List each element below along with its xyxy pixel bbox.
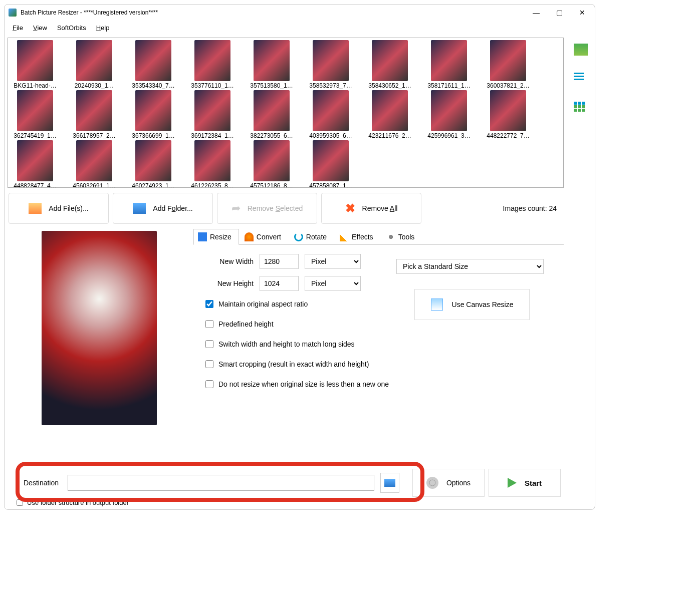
smart-crop-checkbox[interactable] — [205, 360, 213, 368]
add-folder-icon — [133, 203, 146, 214]
minimize-button[interactable]: — — [525, 5, 548, 21]
maintain-ratio-checkbox[interactable] — [205, 300, 213, 308]
canvas-icon — [431, 299, 443, 311]
thumbnail-item[interactable]: 423211676_2… — [364, 90, 416, 139]
thumbnail-image — [431, 40, 467, 81]
height-label: New Height — [203, 279, 254, 287]
canvas-resize-button[interactable]: Use Canvas Resize — [414, 289, 530, 320]
switch-wh-label: Switch width and height to match long si… — [218, 340, 355, 348]
gear-icon — [426, 477, 438, 489]
switch-wh-checkbox[interactable] — [205, 340, 213, 348]
thumbnail-item[interactable]: 353543340_7… — [127, 40, 179, 89]
no-resize-smaller-row: Do not resize when original size is less… — [205, 380, 554, 388]
height-input[interactable] — [260, 276, 299, 291]
thumbnail-item[interactable]: 382273055_6… — [246, 90, 298, 139]
thumbnail-item[interactable]: 358430652_1… — [364, 40, 416, 89]
main-column: BKG11-head-…20240930_1…353543340_7…35377… — [8, 38, 564, 506]
predef-height-checkbox[interactable] — [205, 320, 213, 328]
thumbnail-item[interactable]: 20240930_1… — [68, 40, 120, 89]
add-folder-label: Add Folder... — [153, 204, 192, 212]
menu-softorbits[interactable]: SoftOrbits — [52, 22, 91, 34]
remove-all-button[interactable]: ✖ Remove All — [321, 193, 421, 224]
action-row: Add File(s)... Add Folder... ➦ Remove Se… — [8, 188, 564, 229]
thumbnail-item[interactable]: 425996961_3… — [423, 90, 475, 139]
view-thumbnails-button[interactable] — [574, 44, 588, 56]
thumbnail-image — [372, 90, 408, 131]
thumbnail-image — [254, 140, 290, 181]
tab-rotate[interactable]: Rotate — [290, 229, 334, 245]
thumbnail-item[interactable]: 448828477_4… — [9, 140, 61, 187]
thumbnail-item[interactable]: 360037821_2… — [482, 40, 534, 89]
thumbnail-item[interactable]: 358171611_1… — [423, 40, 475, 89]
menubar: File View SoftOrbits Help — [5, 21, 595, 35]
remove-selected-button[interactable]: ➦ Remove Selected — [217, 193, 317, 224]
thumbnail-item[interactable]: 448222772_7… — [482, 90, 534, 139]
thumbnail-label: 358532973_7… — [305, 82, 357, 89]
no-resize-smaller-checkbox[interactable] — [205, 380, 213, 388]
preview-pane — [8, 229, 190, 465]
thumbnail-item[interactable]: 456032691_1… — [68, 140, 120, 187]
destination-label: Destination — [11, 479, 64, 487]
thumbnail-image — [313, 40, 349, 81]
thumbnail-label: 382273055_6… — [246, 132, 298, 139]
standard-size-select[interactable]: Pick a Standard Size — [396, 259, 544, 274]
thumbnail-image — [135, 90, 171, 131]
thumbnail-image — [254, 40, 290, 81]
thumbnail-item[interactable]: 457512186_8… — [246, 140, 298, 187]
thumbnail-label: 20240930_1… — [68, 82, 120, 89]
thumbnail-label: 367366699_1… — [127, 132, 179, 139]
options-button[interactable]: Options — [412, 469, 485, 497]
content-area: BKG11-head-…20240930_1…353543340_7…35377… — [5, 35, 595, 509]
tab-resize[interactable]: Resize — [193, 229, 239, 245]
thumbnail-item[interactable]: 362745419_1… — [9, 90, 61, 139]
view-list-button[interactable] — [574, 73, 588, 85]
thumbnail-item[interactable]: 353776110_1… — [186, 40, 239, 89]
thumbnail-image — [194, 40, 230, 81]
tab-tools[interactable]: Tools — [382, 229, 422, 245]
canvas-label: Use Canvas Resize — [452, 301, 514, 309]
thumbnail-item[interactable]: 460274923_1… — [127, 140, 179, 187]
width-input[interactable] — [260, 254, 299, 269]
width-label: New Width — [203, 257, 254, 265]
view-details-button[interactable] — [574, 102, 588, 114]
maximize-button[interactable]: ▢ — [548, 5, 571, 21]
thumbnail-item[interactable]: 461226235_8… — [186, 140, 239, 187]
thumbnail-item[interactable]: 457858087_1… — [305, 140, 357, 187]
menu-help[interactable]: Help — [91, 22, 115, 34]
menu-file[interactable]: File — [8, 22, 28, 34]
close-button[interactable]: ✕ — [571, 5, 594, 21]
add-files-button[interactable]: Add File(s)... — [9, 193, 109, 224]
thumbnail-item[interactable]: BKG11-head-… — [9, 40, 61, 89]
thumbnail-item[interactable]: 366178957_2… — [68, 90, 120, 139]
settings-pane: Resize Convert Rotate Effects — [193, 229, 564, 465]
thumbnail-list[interactable]: BKG11-head-…20240930_1…353543340_7…35377… — [8, 38, 563, 187]
predef-height-label: Predefined height — [218, 320, 274, 328]
mid-row: Resize Convert Rotate Effects — [8, 229, 564, 465]
start-button[interactable]: Start — [489, 469, 561, 497]
menu-view[interactable]: View — [28, 22, 52, 34]
switch-wh-row: Switch width and height to match long si… — [205, 340, 554, 348]
tab-rotate-label: Rotate — [306, 233, 327, 241]
standard-size-wrap: Pick a Standard Size — [396, 259, 544, 274]
thumbnail-label: 423211676_2… — [364, 132, 416, 139]
thumbnail-image — [490, 40, 526, 81]
rotate-icon — [294, 232, 303, 241]
thumbnail-item[interactable]: 358532973_7… — [305, 40, 357, 89]
thumbnail-item[interactable]: 367366699_1… — [127, 90, 179, 139]
tab-effects[interactable]: Effects — [335, 229, 381, 245]
thumbnail-image — [372, 40, 408, 81]
remove-all-icon: ✖ — [345, 201, 355, 215]
add-folder-button[interactable]: Add Folder... — [113, 193, 213, 224]
destination-input[interactable] — [68, 475, 374, 491]
tab-effects-label: Effects — [352, 233, 373, 241]
width-unit-select[interactable]: Pixel — [305, 254, 361, 269]
thumbnail-image — [254, 90, 290, 131]
thumbnail-image — [76, 90, 112, 131]
thumbnail-item[interactable]: 403959305_6… — [305, 90, 357, 139]
height-unit-select[interactable]: Pixel — [305, 276, 361, 291]
tab-convert[interactable]: Convert — [240, 229, 289, 245]
predef-height-row: Predefined height — [205, 320, 554, 328]
browse-folder-button[interactable] — [380, 473, 399, 493]
thumbnail-item[interactable]: 357513580_1… — [246, 40, 298, 89]
thumbnail-item[interactable]: 369172384_1… — [186, 90, 239, 139]
